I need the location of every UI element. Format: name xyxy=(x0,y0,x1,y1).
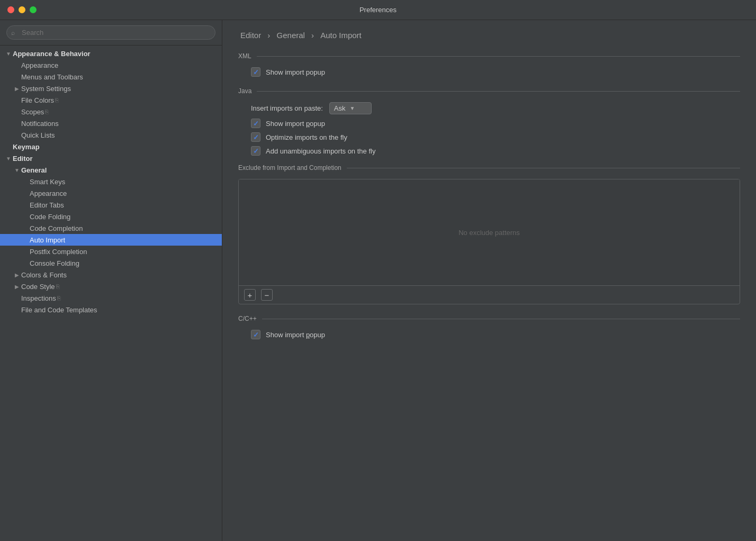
search-bar: ⌕ xyxy=(0,20,222,46)
sidebar-item-label: Appearance & Behavior xyxy=(13,50,91,58)
java-section-line xyxy=(257,91,740,92)
breadcrumb-general: General xyxy=(277,31,305,40)
xml-show-import-popup-checkbox[interactable] xyxy=(251,67,260,77)
cpp-show-import-popup-label: Show import popup xyxy=(266,331,325,339)
java-add-unambiguous-row: Add unambiguous imports on the fly xyxy=(251,146,740,156)
remove-pattern-button[interactable]: − xyxy=(261,289,273,301)
sidebar-item-code-completion[interactable]: Code Completion xyxy=(0,222,222,234)
java-show-import-popup-row: Show import popup xyxy=(251,119,740,128)
sidebar-item-label: Smart Keys xyxy=(30,178,65,186)
java-show-import-popup-checkbox[interactable] xyxy=(251,119,260,128)
titlebar: Preferences xyxy=(0,0,756,20)
sidebar-item-smart-keys[interactable]: Smart Keys xyxy=(0,176,222,187)
maximize-button[interactable] xyxy=(30,6,37,13)
exclude-section-label: Exclude from Import and Completion xyxy=(238,164,341,172)
expand-arrow xyxy=(13,166,21,174)
sidebar-item-label: Postfix Completion xyxy=(30,248,87,256)
dropdown-value: Ask xyxy=(334,104,346,112)
xml-section-line xyxy=(257,56,740,57)
sidebar-item-label: Editor xyxy=(13,155,33,163)
sidebar-item-code-folding[interactable]: Code Folding xyxy=(0,211,222,222)
sidebar-item-label: Notifications xyxy=(21,120,59,128)
search-input[interactable] xyxy=(6,25,215,40)
copy-icon: ⎘ xyxy=(56,283,60,290)
sidebar-item-postfix-completion[interactable]: Postfix Completion xyxy=(0,246,222,257)
breadcrumb-editor: Editor xyxy=(240,31,261,40)
sidebar-item-label: Scopes xyxy=(21,108,44,116)
exclude-empty-text: No exclude patterns xyxy=(458,229,520,237)
dropdown-arrow-icon: ▼ xyxy=(350,105,355,111)
java-add-unambiguous-label: Add unambiguous imports on the fly xyxy=(266,147,375,155)
sidebar-item-system-settings[interactable]: System Settings xyxy=(0,83,222,94)
sidebar-item-notifications[interactable]: Notifications xyxy=(0,118,222,129)
sidebar-item-label: Keymap xyxy=(13,143,40,151)
sidebar-item-menus-toolbars[interactable]: Menus and Toolbars xyxy=(0,71,222,83)
sidebar-item-label: Code Folding xyxy=(30,213,70,221)
cpp-show-import-popup-checkbox[interactable] xyxy=(251,330,260,339)
sidebar-item-file-colors[interactable]: File Colors ⎘ xyxy=(0,94,222,106)
copy-icon: ⎘ xyxy=(55,97,59,103)
exclude-section: Exclude from Import and Completion No ex… xyxy=(238,164,740,304)
cpp-section-header: C/C++ xyxy=(238,315,740,322)
cpp-show-import-popup-row: Show import popup xyxy=(251,330,740,339)
java-add-unambiguous-checkbox[interactable] xyxy=(251,146,260,156)
xml-show-import-popup-row: Show import popup xyxy=(251,67,740,77)
xml-section-label: XML xyxy=(238,52,251,60)
cpp-section-label: C/C++ xyxy=(238,315,257,322)
sidebar-item-code-style[interactable]: Code Style ⎘ xyxy=(0,281,222,292)
exclude-patterns-container: No exclude patterns + − xyxy=(238,179,740,304)
xml-show-import-popup-label: Show import popup xyxy=(266,68,325,76)
close-button[interactable] xyxy=(7,6,14,13)
sidebar-item-label: Appearance xyxy=(30,190,67,197)
search-icon: ⌕ xyxy=(11,29,15,37)
cpp-section-line xyxy=(262,319,740,319)
sidebar-item-label: Colors & Fonts xyxy=(21,271,67,279)
sidebar-item-appearance2[interactable]: Appearance xyxy=(0,187,222,199)
expand-arrow xyxy=(13,270,21,279)
sidebar-item-console-folding[interactable]: Console Folding xyxy=(0,257,222,269)
sidebar-item-quick-lists[interactable]: Quick Lists xyxy=(0,129,222,141)
copy-icon: ⎘ xyxy=(57,295,61,301)
sidebar-item-colors-fonts[interactable]: Colors & Fonts xyxy=(0,269,222,281)
exclude-toolbar: + − xyxy=(239,285,740,304)
sidebar-item-label: File Colors xyxy=(21,96,54,104)
expand-arrow xyxy=(13,282,21,291)
breadcrumb-sep2: › xyxy=(311,31,316,40)
main-layout: ⌕ Appearance & Behavior Appearance Menus… xyxy=(0,20,756,541)
sidebar-item-label: Quick Lists xyxy=(21,131,55,139)
sidebar-item-label: Auto Import xyxy=(30,236,65,244)
xml-section-header: XML xyxy=(238,52,740,60)
sidebar-item-file-code-templates[interactable]: File and Code Templates xyxy=(0,304,222,315)
add-pattern-button[interactable]: + xyxy=(244,289,256,301)
sidebar-item-label: General xyxy=(21,166,47,174)
java-section-label: Java xyxy=(238,87,251,95)
sidebar-item-inspections[interactable]: Inspections ⎘ xyxy=(0,292,222,304)
sidebar-item-editor[interactable]: Editor xyxy=(0,152,222,164)
sidebar-item-appearance-behavior[interactable]: Appearance & Behavior xyxy=(0,48,222,59)
sidebar-item-editor-tabs[interactable]: Editor Tabs xyxy=(0,199,222,211)
window-controls xyxy=(7,6,37,13)
minimize-button[interactable] xyxy=(19,6,25,13)
sidebar-item-label: Menus and Toolbars xyxy=(21,73,83,81)
sidebar-item-label: Code Completion xyxy=(30,224,83,232)
sidebar-item-keymap[interactable]: Keymap xyxy=(0,141,222,152)
sidebar: ⌕ Appearance & Behavior Appearance Menus… xyxy=(0,20,222,541)
sidebar-item-label: Editor Tabs xyxy=(30,201,64,209)
expand-arrow xyxy=(13,84,21,93)
exclude-section-line xyxy=(347,168,740,168)
breadcrumb-sep1: › xyxy=(267,31,272,40)
breadcrumb: Editor › General › Auto Import xyxy=(238,31,740,40)
copy-icon: ⎘ xyxy=(45,109,49,115)
sidebar-item-auto-import[interactable]: Auto Import xyxy=(0,234,222,246)
sidebar-item-label: Console Folding xyxy=(30,259,79,267)
insert-imports-dropdown[interactable]: Ask ▼ xyxy=(329,102,372,114)
java-optimize-imports-checkbox[interactable] xyxy=(251,132,260,142)
sidebar-item-scopes[interactable]: Scopes ⎘ xyxy=(0,106,222,118)
insert-imports-label: Insert imports on paste: xyxy=(251,104,323,112)
search-wrapper: ⌕ xyxy=(6,25,215,40)
sidebar-item-general[interactable]: General xyxy=(0,164,222,176)
expand-arrow xyxy=(4,154,13,163)
java-section-header: Java xyxy=(238,87,740,95)
sidebar-item-label: System Settings xyxy=(21,85,71,93)
sidebar-item-appearance[interactable]: Appearance xyxy=(0,59,222,71)
